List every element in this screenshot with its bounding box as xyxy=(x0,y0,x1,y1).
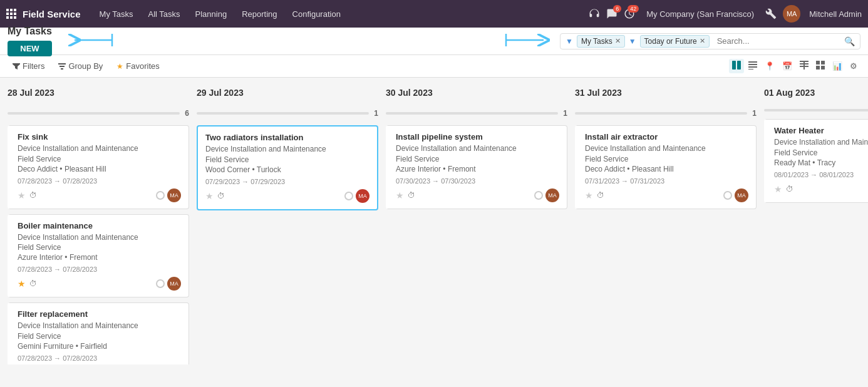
card-subtitle-line1: Device Installation and Maintenance xyxy=(396,143,559,154)
calendar-view-btn[interactable]: 📅 xyxy=(779,59,795,73)
clock-icon[interactable]: ⏱ xyxy=(786,185,793,194)
card-title: Fix sink xyxy=(18,132,181,142)
kanban-view-btn[interactable] xyxy=(729,59,744,73)
svg-rect-5 xyxy=(14,13,16,15)
filter-tag-my-tasks-close[interactable]: ✕ xyxy=(615,37,621,45)
search-icon[interactable]: 🔍 xyxy=(844,36,855,46)
status-indicator[interactable] xyxy=(723,191,732,200)
card-customer: Deco Addict • Pleasant Hill xyxy=(585,165,748,173)
settings-view-btn[interactable]: ⚙ xyxy=(847,59,860,73)
status-indicator[interactable] xyxy=(344,192,353,200)
svg-rect-25 xyxy=(821,66,825,70)
status-indicator[interactable] xyxy=(156,191,165,200)
nav-planning[interactable]: Planning xyxy=(189,6,234,23)
clock-icon[interactable]: ⏱ xyxy=(597,191,604,200)
card-subtitle-line2: Field Service xyxy=(18,154,181,165)
favorites-button[interactable]: ★ Favorites xyxy=(111,59,164,73)
headset-icon[interactable] xyxy=(589,8,600,19)
clock-icon[interactable]: 42 xyxy=(624,8,635,19)
star-icon[interactable]: ★ xyxy=(774,184,782,194)
kanban-card[interactable]: Fix sinkDevice Installation and Maintena… xyxy=(8,125,189,209)
star-icon: ★ xyxy=(116,62,123,71)
assignee-avatar[interactable]: MA xyxy=(167,188,181,202)
grid-icon[interactable] xyxy=(6,9,16,19)
nav-reporting[interactable]: Reporting xyxy=(235,6,283,23)
column-progress xyxy=(197,112,369,115)
nav-all-tasks[interactable]: All Tasks xyxy=(142,6,187,23)
map-view-btn[interactable]: 📍 xyxy=(762,59,778,73)
user-avatar[interactable]: MA xyxy=(783,5,800,23)
search-input[interactable] xyxy=(713,35,840,47)
clock-icon[interactable]: ⏱ xyxy=(408,191,415,200)
star-icon[interactable]: ★ xyxy=(585,190,593,200)
view-icons: 📍 📅 📊 ⚙ xyxy=(729,59,860,73)
group-by-button[interactable]: Group By xyxy=(53,59,108,73)
column-progress xyxy=(764,109,868,111)
table-view-btn[interactable] xyxy=(797,59,812,73)
svg-rect-7 xyxy=(10,16,13,19)
star-icon[interactable]: ★ xyxy=(205,191,214,201)
card-customer: Wood Corner • Turlock xyxy=(205,165,369,174)
clock-icon[interactable]: ⏱ xyxy=(217,192,225,200)
assignee-avatar[interactable]: MA xyxy=(356,189,369,203)
status-indicator[interactable] xyxy=(534,191,543,200)
column-progress xyxy=(8,112,180,115)
toolbar: My Tasks NEW ▼ My Tasks ✕ ▼ Today or Fut… xyxy=(0,28,868,55)
star-icon[interactable]: ★ xyxy=(18,279,26,289)
card-dates: 07/30/2023 → 07/30/2023 xyxy=(396,177,559,185)
chat-icon[interactable]: 6 xyxy=(606,8,617,19)
kanban-card[interactable]: Install pipeline systemDevice Installati… xyxy=(386,125,567,209)
assignee-avatar[interactable]: MA xyxy=(735,188,748,202)
column-header: 1 xyxy=(386,106,567,120)
kanban-card[interactable]: Two radiators installationDevice Install… xyxy=(197,125,378,210)
nav-my-tasks[interactable]: My Tasks xyxy=(93,6,140,23)
kanban-column-2: 30 Jul 20231Install pipeline systemDevic… xyxy=(386,85,567,357)
kanban-card[interactable]: Filter replacementDevice Installation an… xyxy=(8,302,189,364)
action-bar: Filters Group By ★ Favorites 📍 📅 📊 ⚙ xyxy=(0,55,868,78)
filter-tag-today-future[interactable]: Today or Future ✕ xyxy=(640,35,710,48)
status-indicator[interactable] xyxy=(156,279,165,288)
card-customer: Gemini Furniture • Fairfield xyxy=(18,342,181,351)
star-icon[interactable]: ★ xyxy=(396,190,404,200)
clock-icon[interactable]: ⏱ xyxy=(29,279,37,288)
card-dates: 07/28/2023 → 07/28/2023 xyxy=(18,177,181,185)
card-footer: ★⏱MA xyxy=(18,277,181,291)
kanban-card[interactable]: Water HeaterDevice Installation and Main… xyxy=(764,119,868,203)
filter-tag-my-tasks[interactable]: My Tasks ✕ xyxy=(577,35,625,48)
card-title: Two radiators installation xyxy=(205,133,369,142)
svg-rect-1 xyxy=(10,9,13,11)
svg-rect-6 xyxy=(6,16,9,19)
card-footer-left: ★⏱ xyxy=(774,184,793,194)
svg-rect-15 xyxy=(748,64,757,65)
column-date: 01 Aug 2023 xyxy=(764,85,868,101)
svg-rect-16 xyxy=(748,66,757,68)
pivot-view-btn[interactable] xyxy=(813,59,828,73)
favorites-label: Favorites xyxy=(126,61,159,71)
card-customer: Azure Interior • Fremont xyxy=(396,165,559,173)
filter-tag-today-close[interactable]: ✕ xyxy=(700,37,705,45)
clock-icon[interactable]: ⏱ xyxy=(29,191,37,200)
column-header: 1 xyxy=(575,106,757,120)
assignee-avatar[interactable]: MA xyxy=(545,188,559,202)
card-title: Install pipeline system xyxy=(396,132,559,142)
svg-rect-2 xyxy=(14,9,16,11)
card-footer-right: MA xyxy=(156,277,181,291)
kanban-column-0: 28 Jul 20236Fix sinkDevice Installation … xyxy=(8,85,189,357)
assignee-avatar[interactable]: MA xyxy=(167,277,181,291)
nav-configuration[interactable]: Configuration xyxy=(286,6,347,23)
new-button[interactable]: NEW xyxy=(8,41,52,56)
wrench-icon[interactable] xyxy=(765,8,777,19)
chart-view-btn[interactable]: 📊 xyxy=(829,59,845,73)
svg-rect-13 xyxy=(737,61,741,70)
column-count: 1 xyxy=(374,109,378,118)
card-footer-left: ★⏱ xyxy=(585,190,604,200)
kanban-card[interactable]: Install air extractorDevice Installation… xyxy=(575,125,757,209)
list-view-btn[interactable] xyxy=(745,59,760,73)
card-dates: 07/28/2023 → 07/28/2023 xyxy=(18,354,181,362)
filters-button[interactable]: Filters xyxy=(8,59,49,73)
card-footer-right: MA xyxy=(156,188,181,202)
star-icon[interactable]: ★ xyxy=(18,190,26,200)
kanban-board: 28 Jul 20236Fix sinkDevice Installation … xyxy=(0,78,868,364)
kanban-card[interactable]: Boiler maintenanceDevice Installation an… xyxy=(8,214,189,298)
card-footer-left: ★⏱ xyxy=(205,191,225,201)
